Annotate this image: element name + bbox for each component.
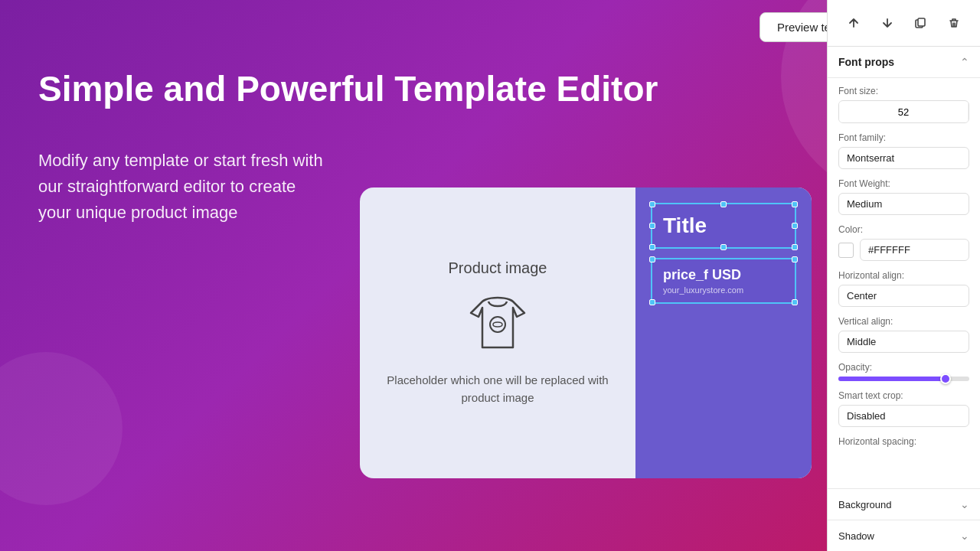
price-resize-tl[interactable]: [649, 256, 655, 262]
color-row-inner: [838, 239, 969, 261]
font-weight-input[interactable]: [838, 193, 969, 215]
price-resize-br[interactable]: [792, 299, 798, 305]
font-size-up-btn[interactable]: ▲: [968, 101, 969, 122]
hero-subtitle: Modify any template or start fresh with …: [38, 148, 329, 226]
hero-title: Simple and Powerful Template Editor: [38, 69, 949, 109]
price-resize-tr[interactable]: [792, 256, 798, 262]
svg-rect-2: [918, 18, 925, 26]
font-size-label: Font size:: [838, 86, 969, 96]
price-resize-bl[interactable]: [649, 299, 655, 305]
vertical-align-input[interactable]: [838, 331, 969, 353]
shadow-chevron-icon: ⌄: [960, 530, 969, 542]
font-family-label: Font family:: [838, 132, 969, 143]
horizontal-align-label: Horizontal align:: [838, 270, 969, 281]
background-label: Background: [838, 499, 891, 510]
font-weight-label: Font Weight:: [838, 178, 969, 189]
font-size-stepper: ▲ ▼: [838, 100, 969, 123]
opacity-row: Opacity:: [838, 362, 969, 381]
product-image-panel: Product image Placeholder which one will…: [360, 187, 635, 478]
font-props-header[interactable]: Font props ⌃: [828, 47, 980, 78]
resize-handle-bl[interactable]: [649, 244, 655, 250]
title-text: Title: [663, 214, 707, 237]
delete-button[interactable]: [942, 11, 966, 35]
resize-handle-tr[interactable]: [792, 201, 798, 207]
price-text: price_f USD: [663, 267, 784, 283]
color-label: Color:: [838, 224, 969, 235]
resize-handle-tm[interactable]: [720, 201, 727, 207]
store-text: your_luxurystore.com: [663, 285, 784, 295]
horizontal-spacing-label: Horizontal spacing:: [838, 436, 969, 447]
move-up-button[interactable]: [841, 11, 866, 35]
title-text-box[interactable]: Title: [651, 203, 796, 249]
chevron-up-icon: ⌃: [960, 56, 969, 68]
resize-handle-br[interactable]: [792, 244, 798, 250]
font-size-row: Font size: ▲ ▼: [838, 86, 969, 123]
shadow-section[interactable]: Shadow ⌄: [828, 520, 980, 551]
right-panel: Font props ⌃ Font size: ▲ ▼ Font family:: [827, 0, 980, 551]
horizontal-align-row: Horizontal align:: [838, 270, 969, 307]
price-text-box[interactable]: price_f USD your_luxurystore.com: [651, 258, 796, 304]
smart-text-crop-label: Smart text crop:: [838, 390, 969, 401]
main-area: Simple and Powerful Template Editor Modi…: [0, 0, 980, 551]
shadow-label: Shadow: [838, 530, 874, 542]
font-family-row: Font family:: [838, 132, 969, 169]
opacity-slider-fill: [838, 377, 949, 381]
product-info-panel: Title price_f USD your_luxurystore.com: [635, 187, 812, 478]
font-props-label: Font props: [838, 56, 894, 68]
product-image-label: Product image: [449, 259, 547, 277]
hoodie-icon: [459, 286, 536, 363]
font-family-input[interactable]: [838, 147, 969, 169]
panel-toolbar: [828, 0, 980, 47]
product-placeholder-text: Placeholder which one will be replaced w…: [383, 372, 612, 406]
template-preview-card: Product image Placeholder which one will…: [360, 187, 812, 478]
resize-handle-mr[interactable]: [792, 223, 798, 229]
smart-text-crop-input[interactable]: [838, 405, 969, 427]
resize-handle-ml[interactable]: [649, 223, 655, 229]
color-row: Color:: [838, 224, 969, 261]
svg-point-0: [490, 317, 505, 332]
color-hex-input[interactable]: [860, 239, 969, 261]
horizontal-align-input[interactable]: [838, 285, 969, 307]
move-down-button[interactable]: [875, 11, 900, 35]
resize-handle-bm[interactable]: [720, 244, 727, 250]
resize-handle-tl[interactable]: [649, 201, 655, 207]
vertical-align-row: Vertical align:: [838, 316, 969, 353]
opacity-slider-thumb[interactable]: [940, 373, 951, 384]
font-weight-row: Font Weight:: [838, 178, 969, 215]
opacity-label: Opacity:: [838, 362, 969, 373]
background-section[interactable]: Background ⌄: [828, 488, 980, 520]
props-area: Font size: ▲ ▼ Font family: Font Weight:…: [828, 78, 980, 488]
copy-button[interactable]: [908, 11, 933, 35]
font-size-input[interactable]: [839, 102, 968, 122]
vertical-align-label: Vertical align:: [838, 316, 969, 327]
opacity-slider[interactable]: [838, 377, 969, 381]
background-chevron-icon: ⌄: [960, 498, 969, 510]
color-swatch[interactable]: [838, 243, 854, 258]
horizontal-spacing-row: Horizontal spacing:: [838, 436, 969, 447]
smart-text-crop-row: Smart text crop:: [838, 390, 969, 427]
